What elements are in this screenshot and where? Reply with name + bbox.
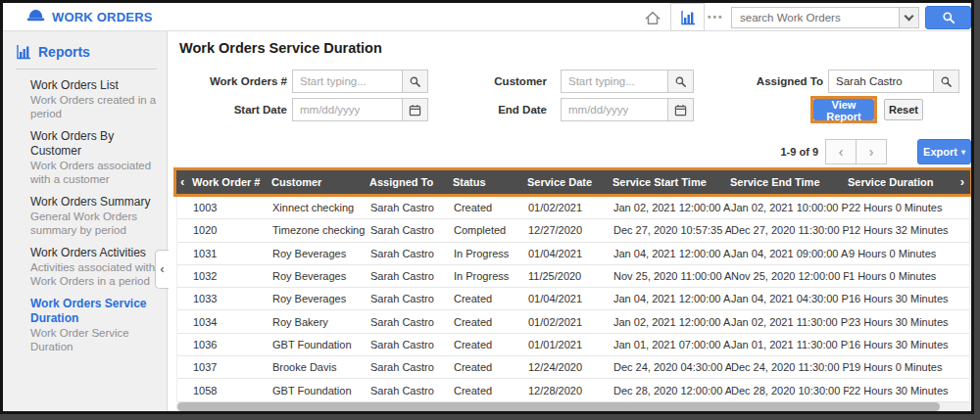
cell-work-order: 1033 (177, 293, 272, 304)
column-header-service-duration[interactable]: Service Duration› (848, 176, 970, 188)
search-scope-dropdown[interactable] (899, 8, 918, 27)
cell-service-end-time: Nov 25, 2020 12:00:00 PM (731, 270, 849, 282)
cell-service-start-time: Dec 27, 2020 10:57:35 AM (613, 224, 731, 236)
table-row[interactable]: 1003Xinnect checkingSarah CastroCreated0… (177, 197, 969, 219)
table-row[interactable]: 1037Brooke DavisSarah CastroCreated12/24… (177, 356, 969, 379)
export-button[interactable]: Export ▾ (917, 139, 971, 164)
search-icon (940, 75, 953, 88)
column-header-work-order[interactable]: ‹Work Order # (176, 176, 271, 188)
chevron-right-icon: › (869, 144, 874, 160)
cell-service-duration: 22 Hours 0 Minutes (849, 202, 971, 213)
scroll-left-icon[interactable]: ‹ (180, 174, 184, 189)
cell-assigned-to: Sarah Castro (370, 316, 454, 328)
column-header-service-date[interactable]: Service Date (527, 176, 612, 188)
cell-status: Created (454, 339, 528, 350)
sidebar-item-work-orders-activities[interactable]: Work Orders ActivitiesActivities associa… (30, 246, 159, 288)
column-header-label: Service Date (527, 176, 592, 188)
work-orders-number-input[interactable] (292, 70, 403, 93)
cell-customer: Roy Beverages (272, 248, 370, 259)
column-header-assigned-to[interactable]: Assigned To (369, 176, 453, 188)
cell-status: Created (454, 361, 528, 373)
cell-service-duration: 23 Hours 30 Minutes (849, 316, 971, 328)
chevron-left-icon: ‹ (839, 144, 844, 160)
customer-input[interactable] (561, 70, 668, 93)
global-search-input[interactable] (732, 8, 899, 27)
cell-service-duration: 9 Hours 0 Minutes (849, 248, 971, 259)
cell-status: In Progress (454, 248, 528, 259)
sidebar-item-label: Work Orders Summary (30, 195, 159, 210)
column-header-customer[interactable]: Customer (271, 176, 369, 188)
sidebar-collapse-handle[interactable]: ‹ (155, 250, 169, 289)
cell-service-start-time: Jan 02, 2021 12:00:00 AM (613, 316, 731, 328)
table-row[interactable]: 1032Roy BeveragesSarah CastroIn Progress… (177, 265, 969, 288)
sidebar-report-list: Work Orders ListWork Orders created in a… (3, 70, 167, 353)
end-date-calendar-button[interactable] (667, 98, 694, 121)
assigned-to-label: Assigned To (698, 75, 823, 87)
cell-work-order: 1031 (177, 248, 272, 259)
cell-work-order: 1037 (177, 361, 272, 373)
sidebar-item-work-orders-service-duration[interactable]: Work Orders Service DurationWork Order S… (30, 297, 159, 353)
table-row[interactable]: 1031Roy BeveragesSarah CastroIn Progress… (177, 243, 969, 265)
table-body: 1003Xinnect checkingSarah CastroCreated0… (176, 197, 970, 402)
end-date-input[interactable] (561, 98, 668, 121)
pagination-next-button[interactable]: › (856, 139, 887, 164)
cell-service-start-time: Nov 25, 2020 11:00:00 AM (613, 270, 731, 282)
column-header-service-start-time[interactable]: Service Start Time (612, 176, 730, 188)
cell-work-order: 1058 (177, 385, 272, 397)
column-header-label: Customer (271, 176, 321, 188)
horizontal-scrollbar-track[interactable] (176, 401, 972, 412)
bar-chart-icon (680, 10, 696, 25)
start-date-input[interactable] (292, 98, 403, 121)
customer-lookup-button[interactable] (667, 70, 694, 93)
scroll-right-icon[interactable]: › (960, 174, 964, 189)
column-header-label: Assigned To (369, 176, 433, 188)
sidebar-item-desc: General Work Orders summary by period (30, 210, 159, 237)
chevron-down-icon (905, 11, 914, 21)
search-icon (942, 11, 956, 24)
pagination-prev-button[interactable]: ‹ (825, 139, 857, 164)
column-header-label: Work Order # (192, 176, 261, 188)
sidebar-item-desc: Work Order Service Duration (30, 326, 159, 353)
cell-customer: Xinnect checking (272, 202, 370, 213)
cell-status: In Progress (454, 270, 528, 282)
table-header-highlight: ‹Work Order #CustomerAssigned ToStatusSe… (173, 167, 973, 197)
work-orders-lookup-button[interactable] (402, 70, 428, 93)
more-options-icon[interactable]: ••• (708, 12, 724, 23)
table-row[interactable]: 1036GBT FoundationSarah CastroCreated01/… (177, 334, 969, 356)
sidebar-item-work-orders-summary[interactable]: Work Orders SummaryGeneral Work Orders s… (30, 195, 159, 237)
table-row[interactable]: 1033Roy BeveragesSarah CastroCreated01/0… (177, 288, 969, 310)
view-report-highlight: View Report (810, 96, 877, 123)
column-header-service-end-time[interactable]: Service End Time (730, 176, 848, 188)
assigned-to-lookup-button[interactable] (933, 70, 959, 93)
cell-service-date: 01/02/2021 (528, 202, 613, 213)
view-report-button[interactable]: View Report (813, 99, 874, 120)
column-header-status[interactable]: Status (453, 176, 527, 188)
reports-tab[interactable] (670, 3, 705, 31)
start-date-calendar-button[interactable] (402, 98, 428, 121)
cell-status: Created (454, 385, 528, 397)
reset-button[interactable]: Reset (884, 99, 923, 120)
table-row[interactable]: 1020Timezone checkingSarah CastroComplet… (177, 219, 969, 242)
end-date-label: End Date (429, 104, 547, 116)
cell-service-start-time: Jan 01, 2021 07:00:00 AM (613, 339, 731, 350)
assigned-to-input[interactable] (828, 70, 934, 93)
cell-assigned-to: Sarah Castro (370, 224, 454, 236)
global-search-field (731, 7, 919, 28)
cell-service-duration: 16 Hours 30 Minutes (849, 293, 971, 304)
main-content: Work Orders Service Duration Work Orders… (169, 31, 971, 411)
page-title: Work Orders Service Duration (179, 40, 382, 56)
cell-service-end-time: Jan 01, 2021 11:30:00 PM (731, 339, 849, 350)
table-row[interactable]: 1058GBT FoundationSarah CastroCreated12/… (177, 379, 969, 401)
cell-customer: Roy Beverages (272, 293, 370, 304)
cell-service-start-time: Dec 28, 2020 12:00:00 AM (613, 385, 731, 397)
cell-work-order: 1003 (177, 202, 272, 213)
sidebar-item-work-orders-list[interactable]: Work Orders ListWork Orders created in a… (30, 78, 159, 120)
sidebar-item-work-orders-by-customer[interactable]: Work Orders By CustomerWork Orders assoc… (30, 129, 159, 186)
table-row[interactable]: 1034Roy BakerySarah CastroCreated01/02/2… (177, 310, 969, 333)
global-search-button[interactable] (925, 6, 971, 29)
reports-sidebar: Reports Work Orders ListWork Orders crea… (3, 31, 168, 411)
sidebar-item-label: Work Orders Service Duration (30, 297, 159, 326)
home-button[interactable] (642, 7, 663, 28)
horizontal-scrollbar-thumb[interactable] (177, 402, 940, 411)
cell-customer: GBT Foundation (272, 385, 370, 397)
